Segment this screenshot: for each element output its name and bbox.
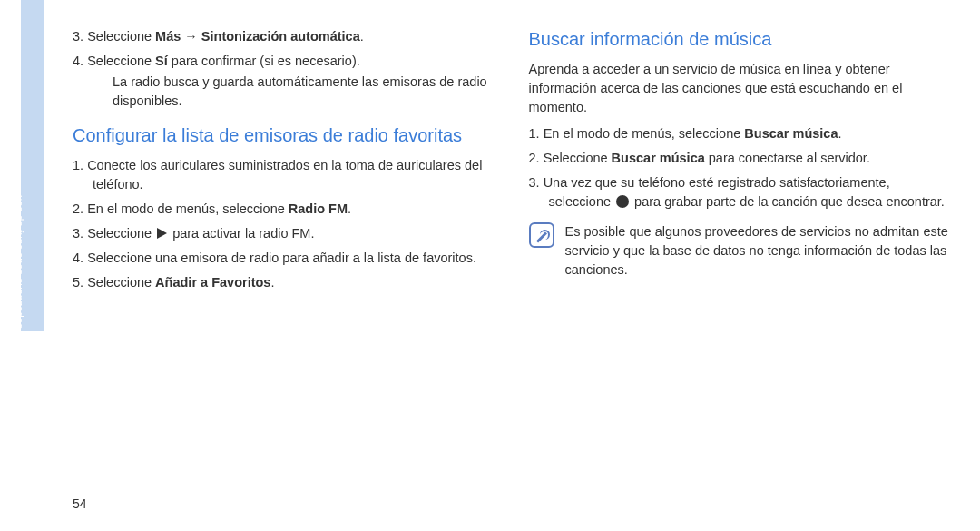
- list-search-music: En el modo de menús, seleccione Buscar m…: [529, 124, 954, 211]
- list-item: En el modo de menús, seleccione Buscar m…: [529, 124, 954, 143]
- record-icon: [616, 195, 629, 208]
- note-icon: [529, 222, 554, 248]
- list-item: Seleccione una emisora de radio para aña…: [73, 249, 497, 268]
- list-item: Una vez que su teléfono esté registrado …: [529, 173, 954, 211]
- list-item: Seleccione Añadir a Favoritos.: [73, 273, 497, 292]
- heading-search-music: Buscar información de música: [529, 27, 954, 51]
- content-area: Seleccione Más → Sintonización automátic…: [73, 27, 953, 298]
- play-icon: [157, 228, 167, 239]
- list-item-sub: La radio busca y guarda automáticamente …: [93, 73, 497, 111]
- intro-text: Aprenda a acceder a un servicio de músic…: [529, 60, 954, 117]
- list-item: Seleccione Sí para confirmar (si es nece…: [73, 52, 497, 111]
- list-item: Seleccione Más → Sintonización automátic…: [73, 27, 497, 46]
- list-item: Seleccione Buscar música para conectarse…: [529, 149, 954, 168]
- list-item: En el modo de menús, seleccione Radio FM…: [73, 200, 497, 219]
- list-item: Seleccione para activar la radio FM.: [73, 224, 497, 243]
- side-tab-label: uso de funciones avanzadas: [15, 195, 25, 329]
- right-column: Buscar información de música Aprenda a a…: [529, 27, 954, 298]
- list-item: Conecte los auriculares suministrados en…: [73, 156, 497, 194]
- note-text: Es posible que algunos proveedores de se…: [565, 222, 954, 280]
- list-auto-tune: Seleccione Más → Sintonización automátic…: [73, 27, 497, 111]
- note-box: Es posible que algunos proveedores de se…: [529, 222, 954, 280]
- page-number: 54: [73, 497, 87, 511]
- left-column: Seleccione Más → Sintonización automátic…: [73, 27, 497, 298]
- heading-favorites: Configurar la lista de emisoras de radio…: [73, 123, 497, 147]
- list-favorites: Conecte los auriculares suministrados en…: [73, 156, 497, 292]
